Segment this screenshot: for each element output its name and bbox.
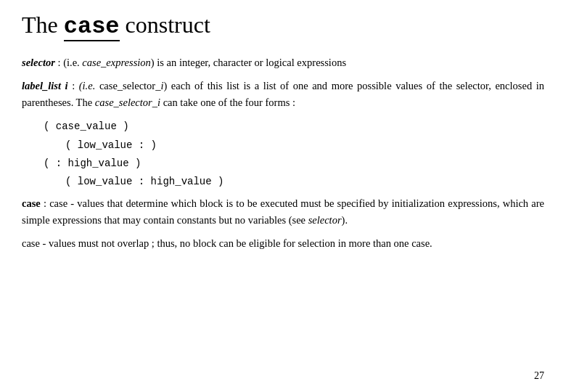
selector-text4: ) is an integer, character or logical ex… — [151, 57, 346, 68]
case-selector-i: case_selector_i — [95, 97, 160, 108]
label-list-text8: can take one of the four forms : — [160, 97, 295, 108]
code-item-4: ( low_value : high_value ) — [22, 173, 544, 191]
selector-paragraph: selector : (i.e. case_expression) is an … — [22, 54, 544, 70]
page-title: The case construct — [22, 7, 544, 44]
page: The case construct selector : (i.e. case… — [0, 0, 566, 392]
label-list-text2: : — [68, 80, 79, 91]
code-forms-list: ( case_value ) ( low_value : ) ( : high_… — [22, 118, 544, 191]
case-selector-ref: selector — [308, 214, 342, 226]
label-list-paragraph: label_list i : (i.e. case_selector_i) ea… — [22, 78, 544, 110]
selector-text2: : (i.e. — [55, 57, 82, 68]
case-text2: : case - values that determine which blo… — [22, 197, 544, 225]
title-suffix: construct — [120, 12, 210, 38]
case-expression: case_expression — [82, 57, 151, 68]
label-list-label: label_list i — [22, 80, 68, 91]
selector-label: selector — [22, 57, 55, 68]
case-keyword: case — [22, 197, 41, 209]
case-paragraph: case : case - values that determine whic… — [22, 195, 544, 228]
label-list-text4: case_selector_ — [95, 80, 160, 91]
code-item-1: ( case_value ) — [22, 118, 544, 136]
title-keyword: case — [64, 13, 120, 41]
last-paragraph: case - values must not overlap ; thus, n… — [22, 235, 544, 251]
code-item-2: ( low_value : ) — [22, 136, 544, 155]
last-para-text: case - values must not overlap ; thus, n… — [22, 237, 432, 249]
label-list-ie: (i.e. — [79, 80, 96, 91]
title-prefix: The — [22, 12, 64, 38]
page-number: 27 — [534, 368, 544, 383]
case-text4: ). — [342, 214, 348, 226]
code-item-3: ( : high_value ) — [22, 155, 544, 173]
